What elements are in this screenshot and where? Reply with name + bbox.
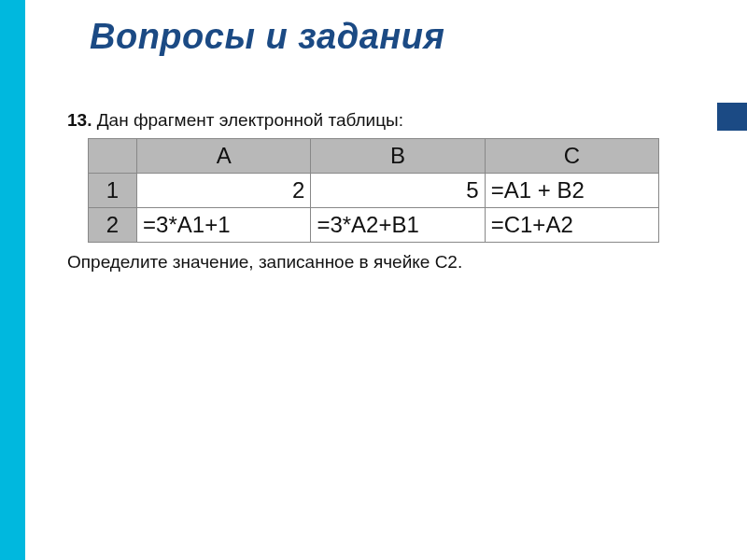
slide: Вопросы и задания 13. Дан фрагмент элект… bbox=[0, 0, 747, 560]
cell-b1: 5 bbox=[311, 173, 485, 207]
row-header: 1 bbox=[89, 173, 137, 207]
question-body: Дан фрагмент электронной таблицы: bbox=[92, 110, 403, 130]
row-header: 2 bbox=[89, 207, 137, 242]
col-header: С bbox=[485, 138, 658, 173]
right-accent-block bbox=[717, 103, 747, 131]
cell-a2: =3*A1+1 bbox=[137, 207, 311, 242]
table-row: 2 =3*A1+1 =3*A2+B1 =C1+A2 bbox=[89, 207, 659, 242]
slide-body: 13. Дан фрагмент электронной таблицы: А … bbox=[67, 108, 684, 273]
cell-a1: 2 bbox=[137, 173, 311, 207]
corner-cell bbox=[89, 138, 137, 173]
cell-c2: =C1+A2 bbox=[485, 207, 658, 242]
slide-title: Вопросы и задания bbox=[90, 17, 444, 57]
col-header: А bbox=[137, 138, 311, 173]
spreadsheet-table: А В С 1 2 5 =A1 + B2 2 =3*A1+1 =3*A2+B1 … bbox=[88, 138, 659, 243]
cell-b2: =3*A2+B1 bbox=[311, 207, 485, 242]
col-header: В bbox=[311, 138, 485, 173]
followup-text: Определите значение, записанное в ячейке… bbox=[67, 250, 684, 274]
question-number: 13. bbox=[67, 110, 92, 130]
header-row: А В С bbox=[89, 138, 659, 173]
cell-c1: =A1 + B2 bbox=[485, 173, 658, 207]
table-row: 1 2 5 =A1 + B2 bbox=[89, 173, 659, 207]
question-text: 13. Дан фрагмент электронной таблицы: bbox=[67, 108, 684, 133]
left-accent-stripe bbox=[0, 0, 25, 560]
